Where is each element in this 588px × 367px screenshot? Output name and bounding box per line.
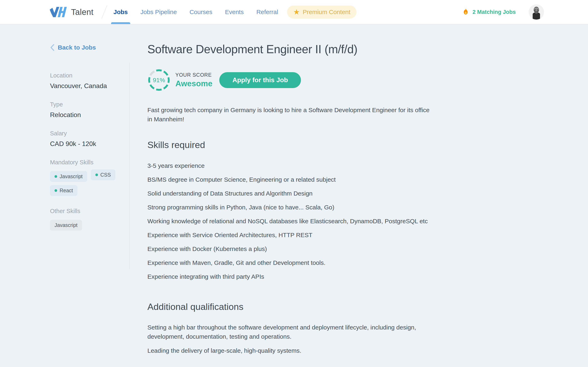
apply-button[interactable]: Apply for this Job — [219, 72, 301, 88]
skill-item: Experience with Maven, Gradle, Git and o… — [147, 258, 435, 267]
skill-item: Experience integrating with third party … — [147, 272, 435, 281]
brand[interactable]: Talent — [49, 6, 94, 18]
skill-chip-label: Javascript — [54, 222, 78, 228]
skills-required-heading: Skills required — [147, 140, 440, 150]
mandatory-skills-title: Mandatory Skills — [50, 159, 123, 166]
avatar[interactable] — [529, 4, 544, 20]
skills-required-list: 3-5 years experience BS/MS degree in Com… — [147, 161, 440, 281]
additional-qualifications-heading: Additional qualifications — [147, 301, 440, 312]
field-type: Type Relocation — [50, 101, 123, 119]
star-icon: ★ — [293, 8, 300, 16]
skill-item: Strong programming skills in Python, Jav… — [147, 203, 435, 212]
field-label: Location — [50, 72, 123, 79]
skill-dot-icon — [54, 189, 57, 192]
tab-courses[interactable]: Courses — [190, 0, 212, 24]
skill-item: Working knowledge of relational and NoSQ… — [147, 217, 435, 226]
field-label: Salary — [50, 130, 123, 137]
skill-item: 3-5 years experience — [147, 161, 435, 170]
primary-nav: Jobs Jobs Pipeline Courses Events Referr… — [113, 0, 356, 24]
tab-events[interactable]: Events — [225, 0, 244, 24]
skill-chip[interactable]: CSS — [91, 169, 115, 180]
premium-content-button[interactable]: ★ Premium Content — [287, 6, 356, 18]
chevron-left-icon — [50, 44, 54, 51]
top-nav: Talent Jobs Jobs Pipeline Courses Events… — [0, 0, 588, 24]
skill-dot-icon — [95, 174, 98, 176]
score-percent: 91% — [147, 68, 171, 92]
tab-jobs[interactable]: Jobs — [113, 0, 128, 24]
skill-chip-label: Javascript — [60, 174, 83, 179]
score-text: YOUR SCORE Awesome — [175, 72, 212, 88]
score-rating: Awesome — [175, 79, 212, 88]
user-photo-icon — [529, 4, 544, 20]
job-intro: Fast growing tech company in Germany is … — [147, 105, 435, 124]
brand-logo-icon — [49, 6, 67, 18]
job-meta-panel: Location Vancouver, Canada Type Relocati… — [50, 63, 130, 269]
flame-icon — [462, 8, 470, 16]
additional-item: Setting a high bar throughout the softwa… — [147, 323, 435, 341]
skill-chip[interactable]: React — [50, 185, 77, 196]
job-sidebar: Back to Jobs Location Vancouver, Canada … — [50, 24, 130, 355]
matching-jobs-link[interactable]: 2 Matching Jobs — [462, 8, 516, 16]
tab-referral[interactable]: Referral — [256, 0, 278, 24]
job-title: Software Development Engineer II (m/f/d) — [147, 42, 440, 56]
brand-name: Talent — [71, 8, 94, 17]
field-label: Type — [50, 101, 123, 108]
nav-separator — [102, 5, 107, 19]
score-label: YOUR SCORE — [175, 72, 212, 78]
skill-dot-icon — [54, 175, 57, 178]
other-skills-block: Other Skills Javascript — [50, 208, 123, 231]
skill-item: Solid understanding of Data Structures a… — [147, 189, 435, 198]
other-skills-title: Other Skills — [50, 208, 123, 215]
skill-chip[interactable]: Javascript — [50, 220, 82, 231]
score-row: 91% YOUR SCORE Awesome Apply for this Jo… — [147, 68, 440, 92]
tab-jobs-pipeline[interactable]: Jobs Pipeline — [140, 0, 177, 24]
match-score-ring: 91% — [147, 68, 171, 92]
back-to-jobs-link[interactable]: Back to Jobs — [50, 44, 130, 51]
mandatory-skills-chips: Javascript CSS React — [50, 171, 117, 196]
skill-item: Experience with Service Oriented Archite… — [147, 231, 435, 240]
header-right: 2 Matching Jobs — [462, 4, 544, 20]
premium-content-label: Premium Content — [303, 8, 350, 16]
additional-item: Leading the delivery of large-scale, hig… — [147, 346, 435, 355]
skill-chip-label: CSS — [100, 172, 111, 178]
matching-jobs-label: 2 Matching Jobs — [472, 9, 516, 15]
field-salary: Salary CAD 90k - 120k — [50, 130, 123, 148]
job-detail: Software Development Engineer II (m/f/d)… — [147, 24, 440, 355]
skill-chip[interactable]: Javascript — [50, 171, 87, 182]
skill-chip-label: React — [60, 188, 73, 193]
skill-item: Experience with Docker (Kubernetes a plu… — [147, 244, 435, 253]
field-location: Location Vancouver, Canada — [50, 72, 123, 90]
mandatory-skills-block: Mandatory Skills Javascript CSS React — [50, 159, 123, 196]
field-value: Vancouver, Canada — [50, 82, 123, 90]
field-value: Relocation — [50, 111, 123, 119]
skill-item: BS/MS degree in Computer Science, Engine… — [147, 175, 435, 184]
field-value: CAD 90k - 120k — [50, 140, 123, 148]
page-content: Back to Jobs Location Vancouver, Canada … — [0, 24, 588, 355]
back-to-jobs-label: Back to Jobs — [58, 44, 96, 51]
other-skills-chips: Javascript — [50, 220, 117, 231]
